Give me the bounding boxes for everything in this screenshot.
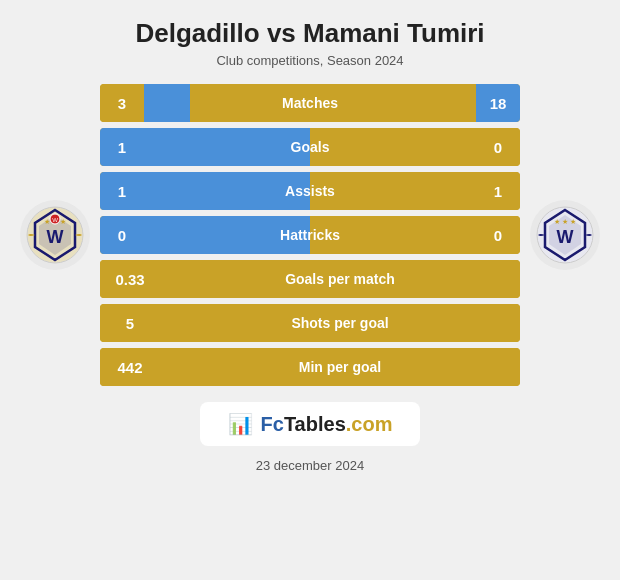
stat-single-label: Min per goal: [299, 359, 381, 375]
svg-text:W: W: [557, 227, 574, 247]
main-content: W ★ ★ ★ W 3Matches181Goals01Assists10Hat…: [0, 74, 620, 386]
svg-text:W: W: [47, 227, 64, 247]
stat-single-label-container: Goals per match: [160, 260, 520, 298]
subtitle: Club competitions, Season 2024: [20, 53, 600, 68]
stat-row: 1Goals0: [100, 128, 520, 166]
stat-single-label-container: Min per goal: [160, 348, 520, 386]
stat-row: 3Matches18: [100, 84, 520, 122]
fctables-logo: 📊 FcTables.com: [200, 402, 421, 446]
team-logo-right: W ★ ★ ★: [530, 200, 600, 270]
stat-right-value: 1: [476, 172, 520, 210]
stats-area: 3Matches181Goals01Assists10Hattricks00.3…: [100, 84, 520, 386]
stat-single-value: 0.33: [100, 260, 160, 298]
stat-row-single: 0.33Goals per match: [100, 260, 520, 298]
page-title: Delgadillo vs Mamani Tumiri: [20, 18, 600, 49]
stat-row-single: 442Min per goal: [100, 348, 520, 386]
stat-bar: Goals: [144, 128, 476, 166]
stat-row: 0Hattricks0: [100, 216, 520, 254]
chart-icon: 📊: [228, 412, 253, 436]
stat-right-value: 18: [476, 84, 520, 122]
fctables-logo-text: FcTables.com: [261, 413, 393, 436]
stat-label: Assists: [285, 183, 335, 199]
stat-left-value: 0: [100, 216, 144, 254]
stat-single-label: Shots per goal: [291, 315, 388, 331]
team-badge-right: W ★ ★ ★: [520, 200, 610, 270]
stat-right-value: 0: [476, 128, 520, 166]
stat-bar: Matches: [144, 84, 476, 122]
stat-left-value: 1: [100, 172, 144, 210]
stat-row: 1Assists1: [100, 172, 520, 210]
stat-bar: Assists: [144, 172, 476, 210]
svg-text:W: W: [52, 217, 58, 223]
stat-label: Matches: [282, 95, 338, 111]
stat-right-value: 0: [476, 216, 520, 254]
stat-left-value: 3: [100, 84, 144, 122]
stat-left-value: 1: [100, 128, 144, 166]
stat-single-label: Goals per match: [285, 271, 395, 287]
header: Delgadillo vs Mamani Tumiri Club competi…: [0, 0, 620, 74]
footer-date: 23 december 2024: [256, 458, 364, 473]
team-badge-left: W ★ ★ ★ W: [10, 200, 100, 270]
stat-single-label-container: Shots per goal: [160, 304, 520, 342]
stat-single-value: 442: [100, 348, 160, 386]
svg-text:★ ★ ★: ★ ★ ★: [554, 218, 576, 225]
stat-label: Goals: [291, 139, 330, 155]
stat-label: Hattricks: [280, 227, 340, 243]
team-logo-left: W ★ ★ ★ W: [20, 200, 90, 270]
stat-row-single: 5Shots per goal: [100, 304, 520, 342]
stat-bar: Hattricks: [144, 216, 476, 254]
stat-single-value: 5: [100, 304, 160, 342]
